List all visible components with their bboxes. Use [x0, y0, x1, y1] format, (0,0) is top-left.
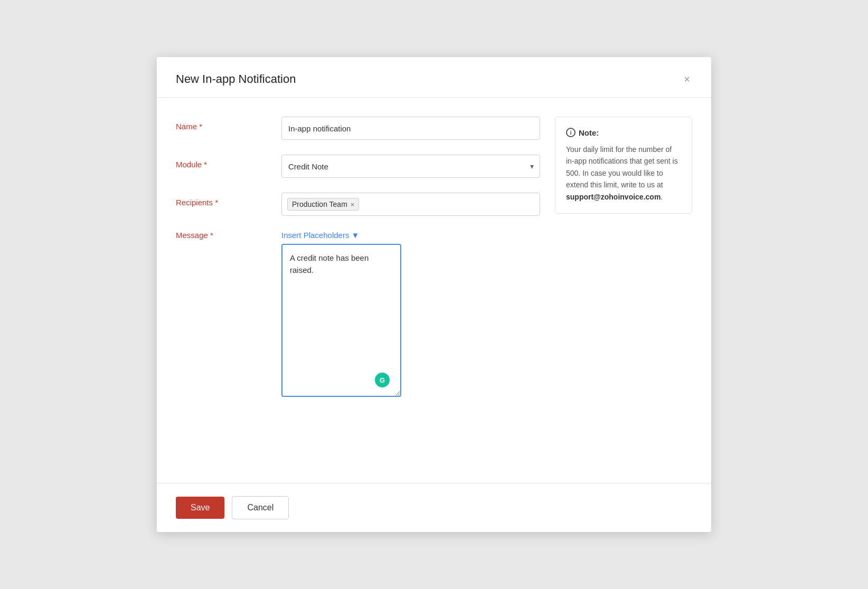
modal: New In-app Notification × Name * Module … — [157, 57, 711, 532]
insert-placeholder-label: Insert Placeholders — [281, 231, 349, 240]
note-box: i Note: Your daily limit for the number … — [555, 117, 692, 214]
insert-placeholder-arrow-icon: ▼ — [351, 231, 359, 240]
note-panel: i Note: Your daily limit for the number … — [555, 117, 692, 470]
modal-body: Name * Module * Credit Note Invoice Esti… — [157, 98, 711, 483]
recipient-tag: Production Team × — [287, 198, 359, 211]
module-label: Module * — [176, 155, 281, 169]
modal-header: New In-app Notification × — [157, 57, 711, 98]
info-icon: i — [566, 128, 575, 137]
module-control-wrap: Credit Note Invoice Estimate Purchase Or… — [281, 155, 540, 178]
message-label-row: Message * Insert Placeholders ▼ — [176, 231, 359, 240]
note-text: Your daily limit for the number of in-ap… — [566, 144, 681, 203]
module-row: Module * Credit Note Invoice Estimate Pu… — [176, 155, 540, 178]
recipient-tag-label: Production Team — [292, 200, 347, 208]
note-title: i Note: — [566, 128, 681, 137]
recipients-label: Recipients * — [176, 193, 281, 207]
cancel-button[interactable]: Cancel — [232, 496, 289, 519]
note-email: support@zohoinvoice.com — [566, 193, 661, 201]
name-control-wrap — [281, 117, 540, 140]
form-section: Name * Module * Credit Note Invoice Esti… — [176, 117, 540, 470]
message-textarea[interactable]: A credit note has been raised. — [281, 244, 401, 397]
recipients-control-wrap: Production Team × — [281, 193, 540, 216]
insert-placeholders-button[interactable]: Insert Placeholders ▼ — [281, 231, 359, 240]
modal-footer: Save Cancel — [157, 483, 711, 532]
message-row: Message * Insert Placeholders ▼ A credit… — [176, 231, 540, 399]
message-label: Message * — [176, 231, 281, 240]
module-select-wrap: Credit Note Invoice Estimate Purchase Or… — [281, 155, 540, 178]
name-label: Name * — [176, 117, 281, 131]
save-button[interactable]: Save — [176, 497, 224, 519]
modal-title: New In-app Notification — [176, 72, 296, 86]
name-input[interactable] — [281, 117, 540, 140]
message-textarea-wrap: A credit note has been raised. G — [281, 244, 401, 399]
recipients-field[interactable]: Production Team × — [281, 193, 540, 216]
recipients-row: Recipients * Production Team × — [176, 193, 540, 216]
close-button[interactable]: × — [682, 72, 692, 87]
name-row: Name * — [176, 117, 540, 140]
recipient-tag-remove[interactable]: × — [351, 201, 355, 208]
module-select[interactable]: Credit Note Invoice Estimate Purchase Or… — [281, 155, 540, 178]
